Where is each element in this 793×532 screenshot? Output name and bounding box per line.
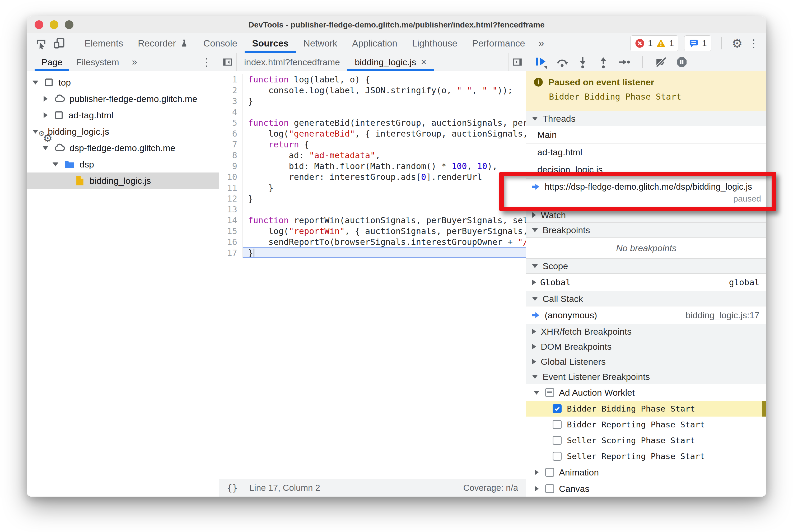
breakpoint-group-animation[interactable]: Animation (526, 464, 766, 480)
tree-item-bidding-logic-js[interactable]: bidding_logic.js (27, 172, 219, 189)
checked-checkbox[interactable] (553, 404, 562, 413)
section-dom-breakpoints[interactable]: DOM Breakpoints (526, 339, 766, 354)
unchecked-checkbox[interactable] (553, 452, 562, 461)
line-number[interactable]: 6 (219, 128, 243, 139)
call-stack-frame[interactable]: (anonymous)bidding_logic.js:17 (526, 306, 766, 324)
step-into-button[interactable] (577, 56, 589, 69)
editor-tab-bidding-logic-js[interactable]: bidding_logic.js× (347, 53, 434, 71)
editor-tab-index-html-fencedframe[interactable]: index.html?fencedframe (237, 53, 347, 71)
tree-chevron-down-icon[interactable] (41, 146, 50, 150)
line-number[interactable]: 15 (219, 226, 243, 237)
section-threads[interactable]: Threads (526, 111, 766, 126)
line-number[interactable]: 14 (219, 215, 243, 226)
section-call-stack[interactable]: Call Stack (526, 291, 766, 306)
breakpoint-seller-scoring-phase-start[interactable]: Seller Scoring Phase Start (526, 432, 766, 448)
section-xhr-fetch-breakpoints[interactable]: XHR/fetch Breakpoints (526, 324, 766, 339)
zoom-window-button[interactable] (65, 20, 73, 29)
step-out-button[interactable] (597, 56, 610, 69)
device-toolbar-button[interactable] (50, 33, 69, 53)
tree-item-bidding-logic-js[interactable]: ⚙⚙bidding_logic.js (27, 124, 219, 140)
frame-location[interactable]: bidding_logic.js:17 (685, 310, 759, 320)
section-scope[interactable]: Scope (526, 258, 766, 274)
unchecked-checkbox[interactable] (553, 420, 562, 429)
more-panels-button[interactable]: » (532, 37, 550, 49)
tab-recorder[interactable]: Recorder (131, 33, 196, 53)
code-line-text: ad: "ad-metadata", (243, 150, 526, 161)
tab-lighthouse[interactable]: Lighthouse (405, 33, 465, 53)
errors-warnings-badge[interactable]: 1 1 (630, 35, 679, 51)
tab-console[interactable]: Console (196, 33, 245, 53)
unchecked-checkbox[interactable] (553, 436, 562, 445)
breakpoint-bidder-bidding-phase-start[interactable]: Bidder Bidding Phase Start (526, 401, 766, 417)
line-number[interactable]: 2 (219, 85, 243, 96)
issues-badge[interactable]: 1 (684, 35, 711, 51)
line-number[interactable]: 5 (219, 117, 243, 128)
close-tab-icon[interactable]: × (421, 57, 426, 68)
line-number[interactable]: 11 (219, 183, 243, 193)
tree-item-top[interactable]: top (27, 74, 219, 91)
tree-item-ad-tag-html[interactable]: ad-tag.html (27, 107, 219, 124)
settings-gear-button[interactable]: ⚙ (732, 37, 742, 50)
breakpoint-group-canvas[interactable]: Canvas (526, 480, 766, 497)
tab-application[interactable]: Application (345, 33, 405, 53)
thread-item[interactable]: Main (526, 126, 766, 144)
navigator-tab-filesystem[interactable]: Filesystem (69, 53, 126, 71)
breakpoint-bidder-reporting-phase-start[interactable]: Bidder Reporting Phase Start (526, 417, 766, 432)
thread-item[interactable]: ad-tag.html (526, 144, 766, 161)
tab-elements[interactable]: Elements (77, 33, 131, 53)
tree-item-dsp-fledge-demo-glitch-me[interactable]: dsp-fledge-demo.glitch.me (27, 140, 219, 156)
scope-item[interactable]: Globalglobal (526, 274, 766, 291)
line-number[interactable]: 9 (219, 161, 243, 172)
tree-chevron-right-icon[interactable] (41, 112, 50, 118)
section-event-listener-breakpoints[interactable]: Event Listener Breakpoints (526, 369, 766, 384)
line-number[interactable]: 3 (219, 96, 243, 107)
line-number[interactable]: 7 (219, 139, 243, 150)
chevron-right-icon[interactable] (532, 486, 541, 492)
indeterminate-checkbox[interactable] (545, 388, 554, 397)
line-number[interactable]: 13 (219, 204, 243, 215)
resume-button[interactable] (534, 55, 548, 69)
section-breakpoints[interactable]: Breakpoints (526, 223, 766, 238)
tree-item-dsp[interactable]: dsp (27, 156, 219, 172)
line-number[interactable]: 17 (219, 248, 243, 258)
deactivate-breakpoints-button[interactable] (655, 56, 667, 69)
tree-chevron-right-icon[interactable] (41, 96, 50, 102)
kebab-menu-button[interactable]: ⋮ (748, 38, 759, 49)
pause-on-exceptions-button[interactable] (676, 56, 688, 69)
pretty-print-button[interactable]: {} (227, 482, 238, 493)
tab-performance[interactable]: Performance (465, 33, 532, 53)
step-button[interactable] (618, 56, 630, 69)
step-over-button[interactable] (556, 56, 568, 69)
chevron-right-icon[interactable] (532, 280, 536, 285)
close-window-button[interactable] (35, 20, 43, 29)
unchecked-checkbox[interactable] (545, 484, 554, 493)
breakpoint-label: Seller Scoring Phase Start (567, 436, 695, 445)
line-number[interactable]: 10 (219, 172, 243, 183)
breakpoint-seller-reporting-phase-start[interactable]: Seller Reporting Phase Start (526, 448, 766, 464)
chevron-down-icon[interactable] (532, 391, 541, 395)
tree-item-publisher-fledge-demo-glitch-me[interactable]: publisher-fledge-demo.glitch.me (27, 91, 219, 107)
navigator-tab-page[interactable]: Page (35, 53, 69, 71)
breakpoint-group-ad-auction-worklet[interactable]: Ad Auction Worklet (526, 384, 766, 401)
unchecked-checkbox[interactable] (545, 468, 554, 477)
line-number[interactable]: 1 (219, 74, 243, 85)
more-navigator-tabs-button[interactable]: » (126, 57, 143, 68)
chevron-right-icon[interactable] (532, 469, 541, 475)
tree-chevron-down-icon[interactable] (52, 163, 59, 166)
inspect-button[interactable] (32, 33, 50, 53)
toolbar-right: 1 1 1 ⚙ ⋮ (630, 35, 766, 51)
line-number[interactable]: 4 (219, 107, 243, 117)
line-number[interactable]: 8 (219, 150, 243, 161)
navigator-kebab-menu-button[interactable]: ⋮ (201, 56, 219, 68)
hide-navigator-button[interactable] (219, 53, 237, 71)
line-number[interactable]: 12 (219, 193, 243, 204)
section-global-listeners[interactable]: Global Listeners (526, 354, 766, 369)
show-debugger-button[interactable] (508, 53, 526, 71)
minimize-window-button[interactable] (50, 20, 58, 29)
tree-chevron-down-icon[interactable] (32, 80, 39, 84)
tab-sources[interactable]: Sources (245, 33, 296, 53)
tab-network[interactable]: Network (296, 33, 344, 53)
line-number[interactable]: 16 (219, 237, 243, 248)
editor-tabs: index.html?fencedframebidding_logic.js× (237, 53, 434, 71)
text-cursor (253, 249, 254, 257)
